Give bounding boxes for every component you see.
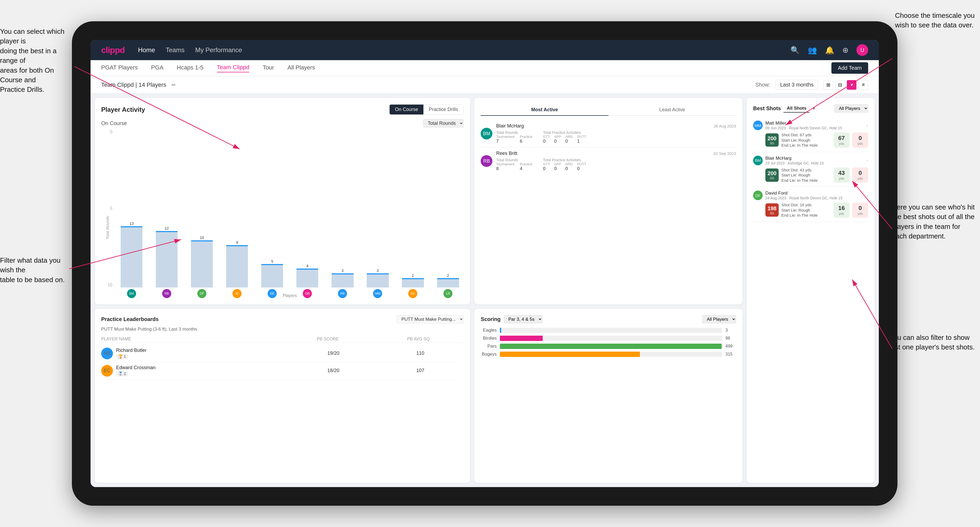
- shot-player-row-2: BM Blair McHarg 23 Jul 2023 · Ashridge G…: [753, 156, 868, 165]
- nav-item-teams[interactable]: Teams: [165, 46, 185, 54]
- shot-badge-1: 200 SG: [765, 133, 779, 147]
- app-val-1: 0: [554, 139, 561, 144]
- pars-label: Pars: [481, 344, 497, 349]
- subnav-pgat[interactable]: PGAT Players: [101, 64, 138, 72]
- left-panel: Player Activity On Course Practice Drill…: [95, 98, 470, 483]
- eagles-track: [500, 328, 722, 333]
- act-rounds-1: Total Rounds Tournament 7 Practice: [496, 130, 532, 144]
- subnav-hcaps[interactable]: Hcaps 1-5: [177, 64, 204, 72]
- bar-value-9: 2: [447, 273, 449, 278]
- shot-item-3[interactable]: DF David Ford 24 Aug 2023 · Royal North …: [753, 187, 868, 222]
- user-avatar[interactable]: U: [856, 44, 868, 56]
- subnav-pga[interactable]: PGA: [151, 64, 163, 72]
- bell-icon[interactable]: 🔔: [825, 46, 834, 55]
- shot-dist-box-3a: 16 yds: [834, 203, 850, 218]
- subnav-team-clippd[interactable]: Team Clippd: [217, 64, 249, 72]
- act-avatar-2: RB: [481, 155, 492, 167]
- gtt-val-2: 0: [543, 166, 550, 171]
- right-panel: Best Shots All Shots ▾ All Players: [747, 98, 875, 483]
- leaderboard-row-2[interactable]: EC Edward Crossman 🥈 2 18/20 107: [101, 362, 464, 379]
- most-active-card: Most Active Least Active BM Blair McHarg…: [474, 98, 743, 305]
- scoring-card: Scoring Par 3, 4 & 5s All Players Eagles: [474, 309, 743, 483]
- all-shots-tab[interactable]: All Shots: [783, 105, 810, 113]
- nav-item-performance[interactable]: My Performance: [195, 46, 242, 54]
- bar-fill-8: [402, 278, 424, 287]
- practice-val-2: 4: [520, 166, 532, 171]
- shot-desc-1: Shot Dist: 67 ydsStart Lie: RoughEnd Lie…: [781, 132, 831, 148]
- eagles-fill: [500, 328, 501, 333]
- lb-avg-2: 107: [377, 368, 464, 373]
- shot-player-details-2: Blair McHarg 23 Jul 2023 · Ashridge GC, …: [765, 156, 824, 165]
- shot-player-details-1: Matt Miller 09 Jun 2023 · Royal North De…: [765, 121, 842, 130]
- y-axis: 10 5 0: [101, 130, 115, 287]
- scoring-bogeys-row: Bogeys 315: [481, 352, 736, 357]
- act-rounds-2: Total Rounds Tournament 8 Practice: [496, 158, 532, 171]
- shot-name-1: Matt Miller: [765, 121, 842, 126]
- eagles-val: 3: [725, 328, 736, 333]
- users-icon[interactable]: 👥: [808, 46, 817, 55]
- par-filter[interactable]: Par 3, 4 & 5s: [504, 315, 542, 323]
- shots-tabs: All Shots ▾: [783, 105, 818, 113]
- shot-item-2[interactable]: BM Blair McHarg 23 Jul 2023 · Ashridge G…: [753, 152, 868, 187]
- shot-player-info-3: DF David Ford 24 Aug 2023 · Royal North …: [753, 190, 843, 200]
- least-active-tab[interactable]: Least Active: [609, 104, 736, 116]
- players-tab[interactable]: ▾: [810, 105, 818, 113]
- add-icon[interactable]: ⊕: [842, 46, 848, 55]
- chart-label: On Course: [101, 120, 127, 126]
- birdies-track: [500, 336, 722, 341]
- show-dropdown[interactable]: Last 3 months: [775, 80, 818, 90]
- bogeys-label: Bogeys: [481, 352, 497, 357]
- shot-dist-val-1a: 67: [837, 135, 846, 141]
- bar-value-2: 10: [200, 236, 204, 240]
- drill-selector[interactable]: PUTT Must Make Putting...: [397, 315, 464, 323]
- bar-value-0: 13: [129, 221, 134, 226]
- chart-dropdown[interactable]: Total Rounds Fairways Hit GIR: [423, 119, 464, 127]
- bar-line-8: [402, 278, 424, 279]
- shot-dist-box-1a: 67 yds: [834, 133, 850, 148]
- bar-group-9: 2: [432, 130, 464, 287]
- putt-val-1: 1: [577, 139, 586, 144]
- gtt-label-1: GTT: [543, 135, 550, 139]
- bar-group-7: 3: [362, 130, 393, 287]
- search-icon[interactable]: 🔍: [791, 46, 800, 55]
- tablet-screen: clippd Home Teams My Performance 🔍 👥 🔔 ⊕…: [91, 40, 879, 487]
- activity-player-2[interactable]: RB Rees Britt 02 Sep 2023 Total Rounds: [481, 148, 736, 175]
- grid-view-btn[interactable]: ⊞: [823, 80, 833, 90]
- y-label-0: 0: [101, 130, 112, 135]
- activity-player-1[interactable]: BM Blair McHarg 26 Aug 2023 Total Rounds: [481, 120, 736, 148]
- birdies-fill: [500, 336, 542, 341]
- bogeys-track: [500, 352, 722, 357]
- eagles-label: Eagles: [481, 328, 497, 333]
- shot-dist-box-2a: 43 yds: [834, 167, 850, 183]
- chevron-right-2: ›: [866, 157, 868, 163]
- shot-item-1[interactable]: MM Matt Miller 09 Jun 2023 · Royal North…: [753, 117, 868, 152]
- subnav-tour[interactable]: Tour: [262, 64, 274, 72]
- lb-score-2: 18/20: [290, 368, 377, 373]
- shot-dist-box-1b: 0 yds: [852, 133, 868, 148]
- leaderboard-row-1[interactable]: RB Richard Butler 🏆 1 19/20 110: [101, 345, 464, 362]
- shot-detail-3: 24 Aug 2023 · Royal North Devon GC, Hole…: [765, 196, 843, 200]
- menu-view-btn[interactable]: ≡: [859, 80, 868, 90]
- tournament-label-1: Tournament: [496, 135, 514, 139]
- shots-players-dropdown[interactable]: All Players: [834, 104, 868, 113]
- bogeys-val: 315: [725, 352, 736, 357]
- rounds-label-1: Total Rounds: [496, 130, 532, 135]
- subnav-all-players[interactable]: All Players: [287, 64, 315, 72]
- most-active-tab[interactable]: Most Active: [481, 104, 608, 116]
- nav-item-home[interactable]: Home: [138, 46, 155, 54]
- on-course-toggle[interactable]: On Course: [390, 105, 423, 114]
- sub-nav: PGAT Players PGA Hcaps 1-5 Team Clippd T…: [91, 60, 879, 76]
- leaderboard-header: PLAYER NAME PB SCORE PB AVG SQ: [101, 336, 464, 343]
- scoring-players-filter[interactable]: All Players: [702, 315, 736, 323]
- arg-label-2: ARG: [565, 162, 573, 166]
- team-header: Team Clippd | 14 Players ✏ Show: Last 3 …: [91, 76, 879, 94]
- shot-badge-sub-2: SG: [770, 176, 774, 179]
- birdies-val: 96: [725, 336, 736, 341]
- list-view-btn[interactable]: ⊟: [835, 80, 845, 90]
- practice-drills-toggle[interactable]: Practice Drills: [423, 105, 463, 114]
- add-team-button[interactable]: Add Team: [831, 62, 868, 74]
- shot-badge-2: 200 SG: [765, 168, 779, 182]
- heart-view-btn[interactable]: ♥: [847, 80, 856, 90]
- annotation-top-right: Choose the timescale youwish to see the …: [895, 11, 975, 30]
- edit-icon[interactable]: ✏: [172, 82, 176, 88]
